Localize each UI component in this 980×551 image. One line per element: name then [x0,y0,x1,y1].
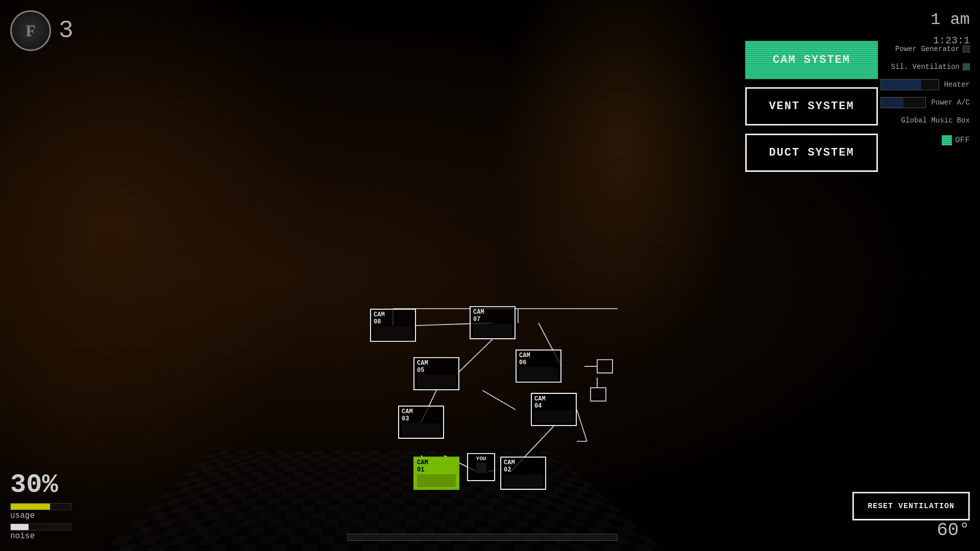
sil-ventilation-indicator [963,63,970,70]
cam03-node[interactable]: CAM 03 [398,406,444,439]
time-hour: 1 am [930,10,970,29]
power-generator-indicator [963,45,970,53]
power-percent-display: 30% [10,470,71,500]
power-percent: 30% [10,470,58,500]
camera-map: CAM 08 CAM 07 CAM 06 CAM 05 CAM 04 CAM 0… [347,265,618,520]
cam08-preview [374,327,412,339]
svg-rect-3 [597,360,612,373]
cam04-node[interactable]: CAM 04 [531,393,577,426]
night-number: 3 [59,17,74,44]
off-indicator [942,135,952,145]
bottom-progress-bar [347,534,618,541]
cam01-node[interactable]: CAM 01 [413,457,459,490]
cam-connections-svg [347,265,618,520]
cam04-preview [534,411,573,423]
cam01-preview [417,474,456,487]
cam07-node[interactable]: CAM 07 [470,306,516,339]
global-music-box-row: Global Music Box [880,112,970,129]
top-left-badge: F 3 [10,10,74,51]
bottom-bar-fill [348,534,617,540]
sil-ventilation-label: Sil. Ventilation [891,63,960,71]
global-music-box-label: Global Music Box [901,116,970,124]
svg-line-10 [577,410,587,441]
cam05-preview [417,375,456,388]
svg-line-8 [482,390,516,410]
vent-system-button[interactable]: VENT SYSTEM [745,87,878,126]
cam02-preview [504,474,543,487]
you-inner [476,463,486,473]
duct-system-button[interactable]: DUCT SYSTEM [745,134,878,172]
cam07-preview [473,324,512,337]
cam06-preview [519,367,558,380]
power-generator-label: Power Generator [895,45,960,53]
you-node: YOU [467,453,495,481]
noise-bar [10,523,71,531]
power-generator-row: Power Generator [880,41,970,57]
svg-line-6 [457,339,493,374]
temperature-display: 60° [937,520,970,541]
reset-ventilation-button[interactable]: RESET VENTILATION [852,492,970,520]
off-label: OFF [955,136,970,145]
cam-system-button[interactable]: CAM SYSTEM [745,41,878,79]
sil-ventilation-row: Sil. Ventilation [880,59,970,75]
cam05-node[interactable]: CAM 05 [413,357,459,390]
right-panel: Power Generator Sil. Ventilation Heater … [880,41,970,148]
cam03-preview [402,423,440,436]
usage-bar-fill [11,504,50,510]
usage-label: usage [10,511,71,520]
cam08-node[interactable]: CAM 08 [370,309,416,342]
bottom-left-stats: 30% usage noise [10,470,71,541]
svg-rect-5 [591,388,606,401]
cam06-node[interactable]: CAM 06 [516,349,561,383]
noise-stat: noise [10,523,71,541]
usage-stat: usage [10,503,71,520]
noise-label: noise [10,532,71,541]
heater-label: Heater [944,81,970,89]
usage-bar [10,503,71,510]
cam02-node[interactable]: CAM 02 [500,457,546,490]
freddy-icon: F [10,10,51,51]
power-ac-label: Power A/C [931,98,970,107]
system-buttons: CAM SYSTEM VENT SYSTEM DUCT SYSTEM [745,41,878,172]
heater-row: Heater [880,77,970,93]
power-ac-row: Power A/C [880,94,970,111]
noise-bar-fill [11,524,29,530]
off-row: OFF [880,132,970,148]
